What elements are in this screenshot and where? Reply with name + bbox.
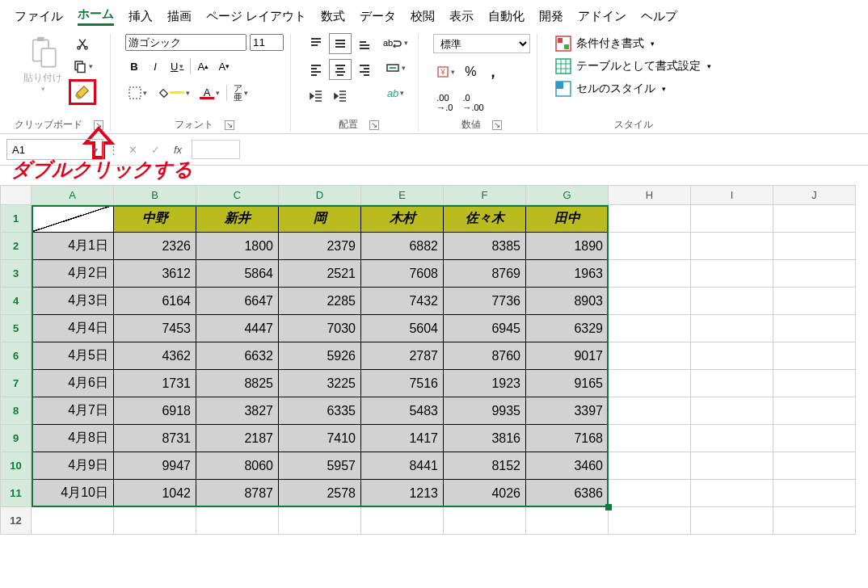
cell-G7[interactable]: 9165	[526, 370, 609, 397]
col-header-F[interactable]: F	[444, 186, 526, 205]
cell-C3[interactable]: 5864	[196, 260, 279, 288]
cell-B8[interactable]: 6918	[114, 397, 196, 425]
cell-H2[interactable]	[609, 233, 691, 260]
menu-アドイン[interactable]: アドイン	[578, 9, 626, 24]
cell-C1[interactable]: 新井	[196, 205, 279, 233]
cell-C8[interactable]: 3827	[196, 397, 279, 425]
menu-自動化[interactable]: 自動化	[488, 9, 525, 24]
cell-C6[interactable]: 6632	[196, 342, 279, 370]
col-header-C[interactable]: C	[196, 186, 279, 205]
cell-E6[interactable]: 2787	[361, 342, 444, 370]
font-name-combo[interactable]	[125, 34, 246, 51]
cell-C12[interactable]	[196, 507, 279, 535]
cell-D5[interactable]: 7030	[279, 315, 361, 342]
cell-B6[interactable]: 4362	[114, 342, 196, 370]
phonetic-button[interactable]: ア 亜	[230, 82, 251, 104]
cell-A4[interactable]: 4月3日	[32, 288, 114, 315]
cell-I2[interactable]	[691, 233, 773, 260]
cell-E12[interactable]	[361, 507, 444, 535]
italic-button[interactable]: I	[146, 57, 164, 75]
cell-H4[interactable]	[609, 288, 691, 315]
increase-indent-button[interactable]	[330, 86, 351, 105]
cell-I7[interactable]	[691, 370, 773, 397]
cell-I12[interactable]	[691, 507, 773, 535]
cell-G1[interactable]: 田中	[526, 205, 609, 233]
select-all-corner[interactable]	[1, 186, 32, 205]
cell-G9[interactable]: 7168	[526, 425, 609, 452]
cell-A6[interactable]: 4月5日	[32, 342, 114, 370]
cell-B11[interactable]: 1042	[114, 480, 196, 507]
cell-H5[interactable]	[609, 315, 691, 342]
cell-A3[interactable]: 4月2日	[32, 260, 114, 288]
row-header-1[interactable]: 1	[1, 205, 32, 233]
format-painter-button[interactable]	[69, 79, 96, 105]
number-format-combo[interactable]: 標準	[433, 34, 530, 53]
cell-F3[interactable]: 8769	[444, 260, 526, 288]
cell-H10[interactable]	[609, 452, 691, 480]
align-top-button[interactable]	[305, 34, 327, 53]
cell-G2[interactable]: 1890	[526, 233, 609, 260]
cell-B12[interactable]	[114, 507, 196, 535]
cell-D2[interactable]: 2379	[279, 233, 361, 260]
cell-B5[interactable]: 7453	[114, 315, 196, 342]
cell-B10[interactable]: 9947	[114, 452, 196, 480]
menu-ファイル[interactable]: ファイル	[15, 9, 63, 24]
cell-J9[interactable]	[773, 425, 856, 452]
cell-H6[interactable]	[609, 342, 691, 370]
align-middle-button[interactable]	[330, 34, 351, 53]
col-header-J[interactable]: J	[773, 186, 856, 205]
col-header-G[interactable]: G	[526, 186, 609, 205]
cell-J11[interactable]	[773, 480, 856, 507]
col-header-E[interactable]: E	[361, 186, 444, 205]
conditional-format-button[interactable]: 条件付き書式▾	[552, 34, 658, 53]
paste-button[interactable]: 貼り付け ▾	[22, 34, 64, 93]
cell-A5[interactable]: 4月4日	[32, 315, 114, 342]
cell-J2[interactable]	[773, 233, 856, 260]
cell-A1[interactable]	[32, 205, 114, 233]
cell-G12[interactable]	[526, 507, 609, 535]
cell-A8[interactable]: 4月7日	[32, 397, 114, 425]
menu-ヘルプ[interactable]: ヘルプ	[641, 9, 677, 24]
col-header-H[interactable]: H	[609, 186, 691, 205]
font-color-button[interactable]: A	[196, 84, 223, 102]
cell-J7[interactable]	[773, 370, 856, 397]
cell-A2[interactable]: 4月1日	[32, 233, 114, 260]
cell-H3[interactable]	[609, 260, 691, 288]
cell-F4[interactable]: 7736	[444, 288, 526, 315]
align-dialog-launcher[interactable]: ↘	[369, 120, 379, 130]
cell-G11[interactable]: 6386	[526, 480, 609, 507]
menu-数式[interactable]: 数式	[321, 9, 345, 24]
cell-I11[interactable]	[691, 480, 773, 507]
row-header-7[interactable]: 7	[1, 370, 32, 397]
formula-input[interactable]	[192, 140, 240, 159]
row-header-8[interactable]: 8	[1, 397, 32, 425]
fill-handle[interactable]	[605, 504, 612, 510]
cell-F7[interactable]: 1923	[444, 370, 526, 397]
percent-button[interactable]: %	[461, 62, 479, 82]
cell-H11[interactable]	[609, 480, 691, 507]
cell-C7[interactable]: 8825	[196, 370, 279, 397]
cell-D8[interactable]: 6335	[279, 397, 361, 425]
row-header-10[interactable]: 10	[1, 452, 32, 480]
row-header-11[interactable]: 11	[1, 480, 32, 507]
font-dialog-launcher[interactable]: ↘	[225, 120, 234, 130]
cell-F2[interactable]: 8385	[444, 233, 526, 260]
cell-I5[interactable]	[691, 315, 773, 342]
cell-C4[interactable]: 6647	[196, 288, 279, 315]
row-header-6[interactable]: 6	[1, 342, 32, 370]
cancel-button[interactable]: ✕	[124, 144, 141, 156]
cell-E10[interactable]: 8441	[361, 452, 444, 480]
cell-H12[interactable]	[609, 507, 691, 535]
cell-E3[interactable]: 7608	[361, 260, 444, 288]
cell-E2[interactable]: 6882	[361, 233, 444, 260]
cell-G8[interactable]: 3397	[526, 397, 609, 425]
cell-C10[interactable]: 8060	[196, 452, 279, 480]
menu-校閲[interactable]: 校閲	[411, 9, 435, 24]
row-header-4[interactable]: 4	[1, 288, 32, 315]
cell-I3[interactable]	[691, 260, 773, 288]
cell-B4[interactable]: 6164	[114, 288, 196, 315]
fx-label[interactable]: fx	[169, 144, 187, 156]
cell-G5[interactable]: 6329	[526, 315, 609, 342]
cell-C9[interactable]: 2187	[196, 425, 279, 452]
cell-I8[interactable]	[691, 397, 773, 425]
